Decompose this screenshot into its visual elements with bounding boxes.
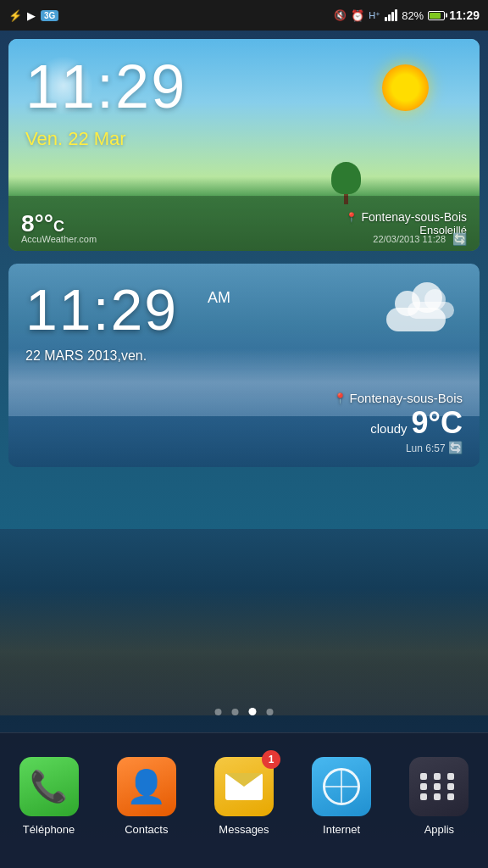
globe-icon	[323, 768, 360, 805]
widget1-time: 11:29	[25, 52, 186, 121]
messages-badge: 1	[262, 750, 280, 769]
alarm-icon: ⏰	[351, 9, 364, 22]
widget1-temp-area: 8°°C	[21, 210, 64, 237]
phone-app-icon[interactable]: 📞	[19, 757, 79, 816]
wallpaper: 11:29 Ven. 22 Mar 8°°C 📍 Fontenay-sous-B…	[0, 31, 488, 868]
dock-item-internet[interactable]: Internet	[299, 757, 384, 836]
battery-icon	[428, 11, 445, 20]
cloud-weather-icon	[386, 289, 454, 340]
weather-widget-1[interactable]: 11:29 Ven. 22 Mar 8°°C 📍 Fontenay-sous-B…	[8, 39, 480, 251]
dot-3-active[interactable]	[249, 708, 257, 715]
widget2-update-row: Lun 6:57 🔄	[334, 441, 463, 454]
dock-item-applis[interactable]: Applis	[396, 757, 481, 836]
location-pin-icon: 📍	[346, 212, 358, 223]
contacts-icon-glyph: 👤	[126, 768, 166, 805]
sun-icon	[382, 64, 429, 111]
internet-app-icon[interactable]	[312, 757, 371, 816]
widget2-location-pin: 📍	[334, 392, 347, 404]
widget2-refresh-icon[interactable]: 🔄	[448, 441, 463, 454]
dot-1[interactable]	[215, 709, 222, 715]
dock-item-phone[interactable]: 📞 Téléphone	[7, 757, 92, 836]
contacts-app-icon[interactable]: 👤	[117, 757, 176, 816]
contacts-label: Contacts	[125, 823, 168, 836]
dock-item-messages[interactable]: 1 Messages	[202, 757, 286, 836]
network-badge: 3G	[41, 10, 58, 21]
phone-icon-glyph: 📞	[30, 769, 68, 804]
dot-4[interactable]	[267, 709, 274, 715]
status-left-icons: ⚡ ▶ 3G	[8, 9, 58, 22]
widget1-temperature: 8°°C	[21, 210, 64, 236]
status-time: 11:29	[449, 8, 480, 22]
widget1-last-update: 22/03/2013 11:28	[373, 234, 446, 244]
widget2-temperature: 9°C	[412, 405, 463, 441]
dock-item-contacts[interactable]: 👤 Contacts	[104, 757, 189, 836]
widget2-time: 11:29	[25, 276, 178, 342]
widget1-right-info: 📍 Fontenay-sous-Bois Ensoleillé	[346, 210, 467, 236]
battery-percent: 82%	[402, 9, 424, 22]
page-dots-indicator	[215, 708, 274, 715]
dock: 📞 Téléphone 👤 Contacts 1 Messages Intern…	[0, 732, 488, 868]
widget2-bottom-info: 📍 Fontenay-sous-Bois cloudy 9°C Lun 6:57…	[334, 391, 463, 454]
weather-widget-2[interactable]: 11:29 AM 22 MARS 2013,ven. 📍 Fontenay-so…	[8, 264, 480, 467]
hplus-icon: H⁺	[369, 10, 380, 21]
status-right-icons: 🔇 ⏰ H⁺ 82% 11:29	[334, 8, 480, 22]
apps-grid-icon	[416, 769, 462, 804]
widget1-refresh-icon[interactable]: 🔄	[452, 232, 467, 246]
status-bar: ⚡ ▶ 3G 🔇 ⏰ H⁺ 82% 11:29	[0, 0, 488, 31]
city-lights	[0, 588, 488, 715]
widget2-date: 22 MARS 2013,ven.	[25, 348, 147, 364]
widget1-acuweather-label: AccuWeather.com	[21, 234, 97, 244]
messages-label: Messages	[219, 823, 269, 836]
play-icon: ▶	[27, 9, 36, 22]
dot-2[interactable]	[232, 709, 239, 715]
applis-app-icon[interactable]	[409, 757, 469, 816]
widget2-location: 📍 Fontenay-sous-Bois	[334, 391, 463, 405]
messages-app-icon[interactable]: 1	[214, 757, 274, 816]
envelope-icon	[225, 773, 263, 800]
internet-label: Internet	[323, 823, 360, 836]
widget1-date: Ven. 22 Mar	[25, 128, 126, 150]
phone-label: Téléphone	[23, 823, 75, 836]
usb-icon: ⚡	[8, 9, 22, 22]
signal-bars	[385, 9, 397, 21]
applis-label: Applis	[424, 823, 454, 836]
mute-icon: 🔇	[334, 9, 347, 21]
widget2-ampm: AM	[208, 289, 230, 307]
widget2-condition: cloudy	[370, 421, 407, 436]
widget2-weather-row: cloudy 9°C	[334, 405, 463, 441]
widget1-location: 📍 Fontenay-sous-Bois	[346, 210, 467, 224]
